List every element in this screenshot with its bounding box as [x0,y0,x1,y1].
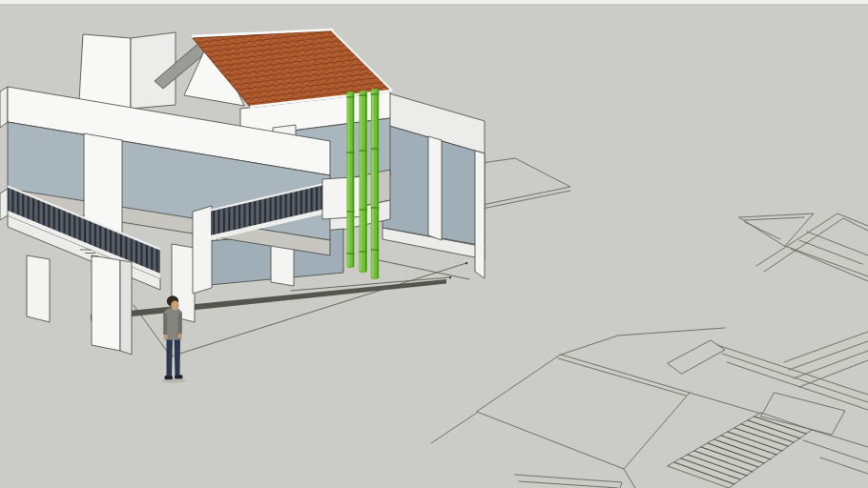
stair-tower-left-face [79,34,131,109]
bamboo-highlight [361,92,362,271]
figure-shoe [165,376,174,379]
model-viewport[interactable] [0,0,868,488]
figure-arm [163,313,167,336]
right-wing-column [428,136,442,240]
corner-pier [193,206,212,294]
sky-strip-edge [0,5,868,6]
ground-corner-pier [92,255,120,351]
right-wing-corner-column [475,151,485,278]
front-band-end-cap [0,87,8,128]
figure-head [171,301,178,311]
figure-hand [164,335,168,339]
bamboo-posts [347,89,380,279]
figure-leg [167,339,174,376]
model-canvas[interactable] [0,0,868,488]
figure-arm [178,313,182,336]
sky-strip [0,0,868,5]
figure-leg [175,339,181,376]
ground-column [27,255,50,322]
ground-corner-pier-side [120,260,132,355]
figure-shoe [175,375,183,378]
left-railing-return [0,189,8,220]
bamboo-highlight [348,93,350,266]
figure-hand [178,334,182,338]
